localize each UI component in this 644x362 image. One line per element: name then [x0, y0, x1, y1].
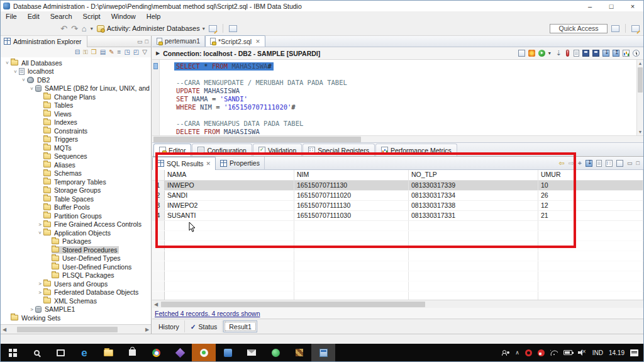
wifi-icon[interactable]: [550, 350, 558, 356]
certificate-icon[interactable]: ❒: [91, 49, 97, 55]
taskbar-cube-app[interactable]: [168, 344, 192, 361]
tree-item-change-plans[interactable]: >Change Plans: [1, 93, 151, 101]
tree-item-all-databases[interactable]: >All Databases: [1, 59, 151, 67]
tree-item-storage-groups[interactable]: >Storage Groups: [1, 186, 151, 195]
tree-item-tables[interactable]: >Tables: [1, 101, 151, 110]
volume-muted-icon[interactable]: [578, 349, 587, 356]
column-header-no-tlp[interactable]: NO_TLP: [409, 170, 538, 180]
save-icon[interactable]: [582, 50, 589, 57]
menu-search[interactable]: Search: [50, 13, 72, 20]
tree-item-stored-procedures[interactable]: >Stored Procedures: [1, 246, 151, 254]
tree-item-packages[interactable]: >Packages: [1, 237, 151, 246]
minimize-view-icon[interactable]: ▭: [137, 38, 143, 45]
new-file-icon[interactable]: [574, 50, 579, 57]
explorer-hscrollbar[interactable]: ◀ ▶: [1, 324, 151, 334]
battery-icon[interactable]: [564, 350, 572, 355]
clipboard-icon[interactable]: [229, 25, 237, 32]
export-chart-icon[interactable]: ◰: [133, 49, 139, 55]
chart-icon[interactable]: [623, 50, 630, 57]
tab-administration-explorer[interactable]: Administration Explorer: [1, 36, 87, 47]
tree-item-buffer-pools[interactable]: >Buffer Pools: [1, 203, 151, 212]
text-view-icon[interactable]: [596, 160, 602, 167]
maximize-view-icon[interactable]: □: [145, 38, 148, 45]
table-row[interactable]: 2SANDI16515070711102008133031733426: [152, 191, 643, 201]
edit-table-icon[interactable]: [209, 25, 217, 32]
back-icon[interactable]: ⇦: [558, 160, 564, 167]
tree-item-user-defined-types[interactable]: >User-Defined Types: [1, 254, 151, 263]
tree-item-federated-database-objects[interactable]: >Federated Database Objects: [1, 288, 151, 297]
tab-properties[interactable]: Properties: [216, 157, 265, 170]
fetched-records-link[interactable]: Fetched 4 records. 4 records shown: [155, 310, 260, 317]
home-dropdown-icon[interactable]: ▾: [91, 26, 93, 31]
list-icon[interactable]: ≡: [118, 49, 121, 55]
undo-icon[interactable]: ↶: [60, 25, 67, 33]
maximize-view-icon[interactable]: □: [636, 161, 640, 166]
activity-dropdown-icon[interactable]: ▾: [203, 26, 205, 31]
save-as-icon[interactable]: [592, 50, 599, 57]
menu-window[interactable]: Window: [111, 13, 136, 20]
clock[interactable]: 14.19: [609, 349, 625, 356]
run-selection-icon[interactable]: ⇣: [556, 50, 562, 57]
column-header-nim[interactable]: NIM: [294, 170, 409, 180]
tab-validation[interactable]: Validation: [253, 144, 302, 156]
tree-item-sequences[interactable]: >Sequences: [1, 152, 151, 161]
pin-icon[interactable]: ⌖: [578, 160, 582, 167]
taskbar-blue-app[interactable]: [216, 344, 240, 361]
spark-icon[interactable]: [528, 50, 535, 57]
tree-item-plsql-packages[interactable]: >PLSQL Packages: [1, 271, 151, 280]
tree-item-aliases[interactable]: >Aliases: [1, 161, 151, 169]
tree-item-working-sets[interactable]: >Working Sets: [1, 314, 151, 322]
tools-icon[interactable]: ✎: [109, 49, 114, 55]
taskbar-search[interactable]: [25, 344, 48, 361]
taskbar-edge[interactable]: e: [72, 344, 96, 361]
chevron-up-icon[interactable]: ∧: [515, 349, 519, 356]
scroll-down-icon[interactable]: ▼: [637, 128, 643, 135]
tab-performance-metrics[interactable]: Performance Metrics: [375, 144, 457, 156]
tab-sql-results[interactable]: SQL Results ✕: [152, 157, 216, 170]
tree-item-localhost[interactable]: >localhost: [1, 67, 151, 76]
chevron-collapsed-icon[interactable]: >: [36, 290, 43, 295]
chevron-expanded-icon[interactable]: >: [29, 85, 35, 92]
chevron-expanded-icon[interactable]: >: [4, 59, 10, 66]
thermometer-icon[interactable]: [566, 50, 569, 57]
collapse-all-icon[interactable]: ⊟: [75, 49, 80, 55]
run-icon[interactable]: [538, 50, 545, 57]
minimize-view-icon[interactable]: ▭: [627, 161, 633, 166]
chevron-collapsed-icon[interactable]: >: [36, 222, 43, 227]
tree-item-users-and-groups[interactable]: >Users and Groups: [1, 280, 151, 288]
layers-icon[interactable]: [616, 160, 623, 167]
close-button[interactable]: ×: [622, 1, 643, 11]
home-icon[interactable]: ⌂: [82, 24, 87, 33]
open-perspective-icon[interactable]: [611, 25, 619, 32]
taskbar-file-explorer[interactable]: [96, 344, 120, 361]
column-header-umur[interactable]: UMUR: [538, 170, 643, 180]
tree-item-table-spaces[interactable]: >Table Spaces: [1, 195, 151, 203]
activity-selector[interactable]: Activity: Administer Databases ▾: [97, 25, 205, 32]
tree-item-user-defined-functions[interactable]: >User-Defined Functions: [1, 263, 151, 271]
import-icon[interactable]: [602, 50, 609, 57]
export-result-icon[interactable]: [586, 160, 592, 167]
code-area[interactable]: SELECT * FROM MAHASISWA# --CARA MENGUPDA…: [152, 60, 643, 135]
taskbar-mail[interactable]: [240, 344, 264, 361]
editor-vscrollbar[interactable]: ▲ ▼: [636, 60, 643, 135]
taskbar-game-app[interactable]: [287, 344, 311, 361]
table-row[interactable]: 4SUSANTI16515070711103008133031733121: [152, 211, 643, 221]
language-indicator[interactable]: IND: [592, 349, 603, 356]
connection-expand-icon[interactable]: ▶: [156, 50, 160, 56]
close-icon[interactable]: ✕: [255, 38, 260, 45]
chevron-collapsed-icon[interactable]: >: [36, 281, 43, 286]
quick-access-box[interactable]: Quick Access: [550, 24, 608, 33]
import-chart-icon[interactable]: ◳: [124, 49, 130, 55]
new-editor-icon[interactable]: [518, 50, 525, 57]
editor-tab-script2-sql[interactable]: *Script2.sql✕: [205, 35, 265, 47]
column-header-nama[interactable]: NAMA: [165, 170, 294, 180]
preferences-icon[interactable]: [606, 160, 613, 167]
taskbar-chrome[interactable]: [144, 344, 168, 361]
new-user-icon[interactable]: ⚿: [83, 49, 88, 55]
tree-item-mqts[interactable]: >MQTs: [1, 144, 151, 152]
run-menu-icon[interactable]: ▾: [548, 50, 553, 56]
scroll-up-icon[interactable]: ▲: [637, 60, 643, 67]
close-icon[interactable]: ✕: [206, 161, 211, 167]
tree-item-partition-groups[interactable]: >Partition Groups: [1, 212, 151, 220]
view-menu-icon[interactable]: ▽: [142, 49, 147, 55]
